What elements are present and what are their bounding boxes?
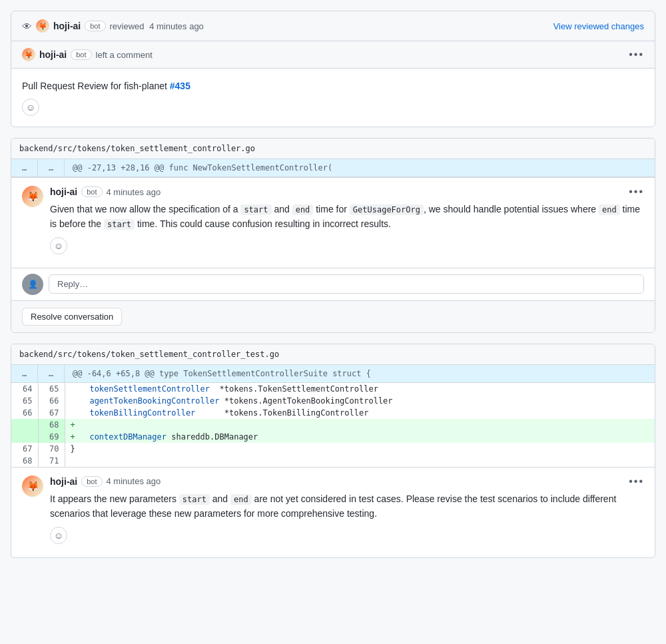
bot-badge-header: bot: [85, 21, 105, 31]
line-new-70: 70: [38, 443, 65, 455]
inline-comment-1-more[interactable]: •••: [629, 186, 644, 198]
line-new-65: 65: [38, 383, 65, 395]
diff-dots-2b: …: [38, 365, 65, 382]
diff-hunk-info-2: @@ -64,6 +65,8 @@ type TokenSettlementCo…: [65, 365, 655, 382]
line-old-68: 68: [11, 455, 38, 467]
reply-input-1[interactable]: Reply…: [49, 274, 644, 294]
resolve-row-1: Resolve conversation: [11, 300, 655, 332]
diff-table-2: 64 65 tokenSettlementController *tokens.…: [11, 383, 655, 467]
diff-hunk-info-1: @@ -27,13 +28,16 @@ func NewTokenSettlem…: [65, 159, 655, 176]
code-end-1: end: [292, 204, 314, 215]
code-end-3: end: [230, 494, 252, 505]
avatar-small-hoji: 🦊: [36, 19, 49, 33]
inline-commenter-2-time: 4 minutes ago: [107, 476, 161, 486]
code-getusage-1: GetUsageForOrg: [350, 204, 424, 215]
file-path-1: backend/src/tokens/token_settlement_cont…: [11, 139, 655, 159]
comment-body: Pull Request Review for fish-planet #435…: [11, 69, 655, 127]
line-new-66: 66: [38, 395, 65, 407]
inline-comment-1-content: hoji-ai bot 4 minutes ago ••• Given that…: [50, 186, 644, 254]
line-new-69: 69: [38, 431, 65, 443]
code-start-1: start: [240, 204, 271, 215]
line-old-67: 67: [11, 443, 38, 455]
inline-review-block-2: backend/src/tokens/token_settlement_cont…: [11, 344, 655, 558]
inline-comment-2-header: 🦊 hoji-ai bot 4 minutes ago ••• It appea…: [22, 476, 644, 544]
inline-comment-1-body: Given that we now allow the specificatio…: [50, 202, 644, 232]
line-old-68-empty: [11, 419, 38, 431]
file-path-2: backend/src/tokens/token_settlement_cont…: [11, 344, 655, 365]
inline-comment-2-meta: hoji-ai bot 4 minutes ago •••: [50, 476, 644, 487]
review-action-text: reviewed 4 minutes ago: [110, 21, 204, 31]
inline-comment-2-body: It appears the new parameters start and …: [50, 491, 644, 521]
inline-commenter-1-bot: bot: [81, 186, 102, 197]
inline-comment-2-emoji[interactable]: ☺: [50, 527, 67, 544]
line-old-65: 65: [11, 395, 38, 407]
line-code-7: [65, 455, 655, 467]
view-reviewed-changes-link[interactable]: View reviewed changes: [553, 21, 644, 31]
diff-dots-1a: …: [11, 159, 38, 176]
code-start-2: start: [104, 219, 135, 230]
table-row: 69 + contextDBManager shareddb.DBManager: [11, 431, 655, 443]
inline-comment-1-header: 🦊 hoji-ai bot 4 minutes ago ••• Given th…: [22, 186, 644, 254]
commenter-username: hoji-ai: [39, 49, 67, 60]
commenter-avatar: 🦊: [22, 48, 35, 61]
line-old-69-empty: [11, 431, 38, 443]
line-new-67: 67: [38, 407, 65, 419]
line-old-64: 64: [11, 383, 38, 395]
table-row: 68 71: [11, 455, 655, 467]
line-code-4: +: [65, 419, 655, 431]
line-code-5: + contextDBManager shareddb.DBManager: [65, 431, 655, 443]
reply-row-1: 👤 Reply…: [11, 268, 655, 300]
line-code-2: agentTokenBookingController *tokens.Agen…: [65, 395, 655, 407]
diff-dots-1b: …: [38, 159, 65, 176]
inline-commenter-2-bot: bot: [81, 476, 102, 487]
table-row: 65 66 agentTokenBookingController *token…: [11, 395, 655, 407]
inline-comment-1: 🦊 hoji-ai bot 4 minutes ago ••• Given th…: [11, 177, 655, 268]
inline-commenter-1-time: 4 minutes ago: [107, 187, 161, 197]
comment-action: left a comment: [96, 50, 153, 60]
diff-dots-2a: …: [11, 365, 38, 382]
table-row: 66 67 tokenBillingController *tokens.Tok…: [11, 407, 655, 419]
line-code-6: }: [65, 443, 655, 455]
comment-section-header: 🦊 hoji-ai bot left a comment •••: [11, 41, 655, 69]
code-start-3: start: [179, 494, 210, 505]
pr-link[interactable]: #435: [170, 81, 190, 91]
inline-commenter-avatar-1: 🦊: [22, 186, 43, 207]
table-row: 64 65 tokenSettlementController *tokens.…: [11, 383, 655, 395]
review-card: 👁 🦊 hoji-ai bot reviewed 4 minutes ago V…: [11, 11, 655, 127]
inline-comment-2: 🦊 hoji-ai bot 4 minutes ago ••• It appea…: [11, 467, 655, 557]
review-header: 👁 🦊 hoji-ai bot reviewed 4 minutes ago V…: [11, 11, 655, 41]
line-old-66: 66: [11, 407, 38, 419]
line-new-68: 68: [38, 419, 65, 431]
inline-commenter-avatar-2: 🦊: [22, 476, 43, 497]
line-new-71: 71: [38, 455, 65, 467]
inline-commenter-1-username: hoji-ai: [50, 186, 77, 197]
diff-header-row-1: … … @@ -27,13 +28,16 @@ func NewTokenSet…: [11, 159, 655, 177]
emoji-reaction-button[interactable]: ☺: [22, 99, 39, 116]
resolve-button-1[interactable]: Resolve conversation: [22, 308, 122, 326]
review-header-left: 👁 🦊 hoji-ai bot reviewed 4 minutes ago: [22, 19, 204, 33]
reviewer-username: hoji-ai: [53, 21, 81, 31]
inline-commenter-2-username: hoji-ai: [50, 476, 77, 487]
inline-comment-1-meta: hoji-ai bot 4 minutes ago •••: [50, 186, 644, 198]
reply-avatar-1: 👤: [22, 274, 43, 295]
code-end-2: end: [599, 204, 620, 215]
inline-comment-2-more[interactable]: •••: [629, 476, 644, 487]
comment-header-left: 🦊 hoji-ai bot left a comment: [22, 48, 153, 61]
inline-review-block-1: backend/src/tokens/token_settlement_cont…: [11, 138, 655, 333]
comment-more-button[interactable]: •••: [629, 49, 644, 61]
eye-icon: 👁: [22, 21, 32, 32]
comment-text: Pull Request Review for fish-planet #435: [22, 79, 644, 93]
line-code-1: tokenSettlementController *tokens.TokenS…: [65, 383, 655, 395]
diff-header-row-2: … … @@ -64,6 +65,8 @@ type TokenSettleme…: [11, 365, 655, 383]
table-row: 67 70 }: [11, 443, 655, 455]
line-code-3: tokenBillingController *tokens.TokenBill…: [65, 407, 655, 419]
commenter-bot-badge: bot: [71, 49, 91, 60]
table-row: 68 +: [11, 419, 655, 431]
inline-comment-1-emoji[interactable]: ☺: [50, 237, 67, 254]
comment-subheader: 🦊 hoji-ai bot left a comment •••: [11, 41, 655, 68]
inline-comment-2-content: hoji-ai bot 4 minutes ago ••• It appears…: [50, 476, 644, 544]
